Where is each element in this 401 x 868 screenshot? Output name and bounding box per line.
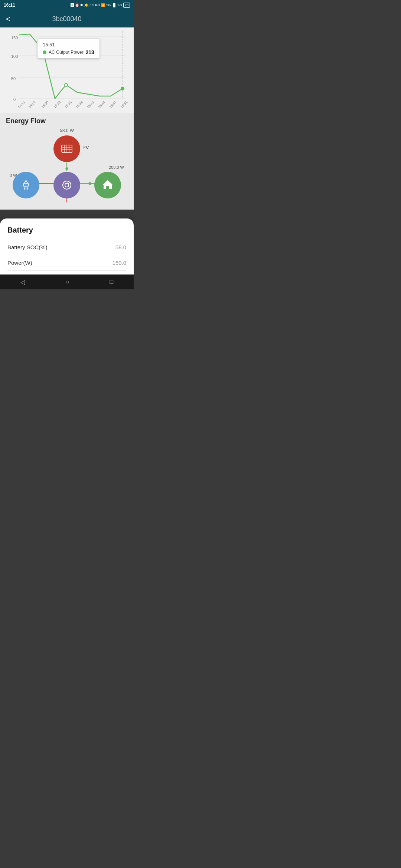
signal-4g-icon: 4G — [118, 3, 122, 7]
svg-text:15:44: 15:44 — [97, 100, 106, 109]
chart-area: 150 100 50 0 14:11 14:14 15:30 15:33 15:… — [0, 27, 134, 113]
page-title: 3bc00040 — [52, 15, 81, 23]
svg-text:14:14: 14:14 — [27, 100, 36, 109]
svg-point-20 — [65, 83, 68, 86]
status-time: 16:11 — [4, 3, 15, 8]
nav-back-button[interactable]: ◁ — [20, 279, 25, 286]
svg-text:15:47: 15:47 — [108, 100, 117, 109]
tooltip-value: 213 — [85, 49, 94, 55]
pv-label-text: PV — [82, 145, 89, 150]
data-speed: 8.5 K/s — [89, 3, 100, 7]
battery-icon: 73 — [123, 3, 130, 8]
nav-bar: ◁ ○ □ — [0, 274, 134, 289]
chart-tooltip: 15:51 AC Output Power 213 — [37, 39, 100, 59]
svg-point-19 — [121, 87, 124, 91]
solar-panel-icon — [61, 143, 73, 155]
nfc-icon: 🅽 — [71, 3, 74, 7]
battery-power-row: Power(W) 150.0 — [7, 255, 126, 271]
battery-title: Battery — [7, 226, 126, 234]
tooltip-series-dot — [43, 50, 46, 54]
home-icon — [102, 180, 113, 191]
svg-line-38 — [23, 185, 25, 190]
svg-text:150: 150 — [11, 36, 18, 40]
svg-line-34 — [26, 180, 29, 185]
battery-power-label: Power(W) — [7, 260, 32, 266]
battery-soc-row: Battery SOC(%) 58.0 — [7, 240, 126, 255]
node-pv — [53, 135, 80, 162]
battery-soc-value: 58.0 — [115, 244, 126, 250]
node-home — [94, 172, 121, 198]
svg-text:14:11: 14:11 — [17, 100, 26, 109]
bluetooth-icon: ✱ — [80, 3, 83, 7]
svg-line-39 — [27, 185, 29, 190]
svg-text:15:41: 15:41 — [86, 100, 95, 109]
svg-text:0: 0 — [13, 97, 16, 102]
tooltip-series-label: AC Output Power — [49, 50, 83, 55]
grid-tower-icon — [20, 180, 32, 191]
svg-rect-43 — [106, 186, 109, 189]
node-grid — [13, 172, 39, 198]
energy-title: Energy Flow — [6, 117, 128, 125]
svg-text:50: 50 — [11, 76, 16, 81]
alarm-icon: ⏰ — [75, 3, 79, 7]
notification-icon: 🔔 — [84, 3, 88, 7]
nav-home-button[interactable]: ○ — [65, 279, 69, 285]
svg-point-25 — [88, 182, 91, 185]
tooltip-time: 15:51 — [43, 42, 94, 47]
svg-point-40 — [63, 181, 71, 189]
flow-diagram: 58.0 W 0 W 208.0 W — [6, 128, 128, 206]
battery-soc-label: Battery SOC(%) — [7, 244, 48, 250]
svg-text:15:38: 15:38 — [75, 100, 84, 109]
status-icons: 🅽 ⏰ ✱ 🔔 8.5 K/s 📶 5G ▐▌ 4G 73 — [71, 3, 130, 8]
svg-text:15:35: 15:35 — [64, 100, 72, 109]
nav-recent-button[interactable]: □ — [110, 279, 114, 285]
node-inverter — [53, 172, 80, 198]
svg-text:15:51: 15:51 — [120, 100, 128, 109]
page-header: < 3bc00040 — [0, 10, 134, 27]
svg-point-22 — [65, 167, 68, 170]
back-button[interactable]: < — [6, 15, 10, 23]
tooltip-row: AC Output Power 213 — [43, 49, 94, 55]
bottom-sheet: Battery Battery SOC(%) 58.0 Power(W) 150… — [0, 218, 134, 274]
svg-line-33 — [23, 180, 26, 185]
status-bar: 16:11 🅽 ⏰ ✱ 🔔 8.5 K/s 📶 5G ▐▌ 4G 73 — [0, 0, 134, 10]
svg-text:15:33: 15:33 — [53, 100, 61, 109]
svg-text:100: 100 — [11, 54, 18, 59]
inverter-icon — [61, 180, 72, 191]
signal-5g-icon: 5G — [106, 3, 111, 7]
energy-section: Energy Flow 58.0 W 0 W 208.0 W — [0, 113, 134, 210]
wifi-icon: 📶 — [101, 3, 105, 7]
signal-bar-icon: ▐▌ — [112, 3, 117, 7]
battery-power-value: 150.0 — [112, 260, 126, 266]
svg-text:15:30: 15:30 — [40, 100, 49, 109]
